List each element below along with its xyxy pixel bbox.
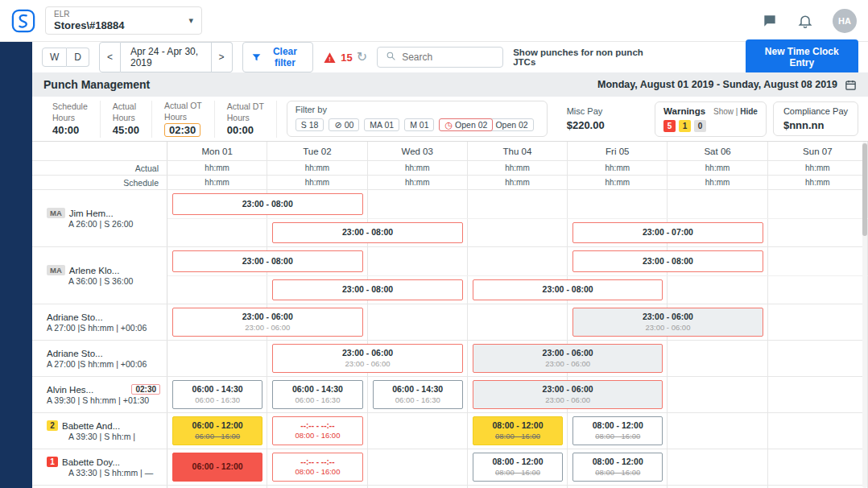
- avatar[interactable]: HA: [833, 9, 857, 33]
- sidebar-item-reports[interactable]: [8, 180, 24, 196]
- svg-text:!: !: [329, 56, 331, 63]
- shift-cell[interactable]: 23:00 - 06:0023:00 - 06:00: [272, 344, 463, 373]
- filter-chip[interactable]: ◷Open 02: [439, 118, 493, 131]
- scrollbar[interactable]: [862, 142, 867, 488]
- shift-cell[interactable]: 23:00 - 06:0023:00 - 06:00: [172, 308, 363, 337]
- day-cell[interactable]: [468, 304, 568, 340]
- day-cell[interactable]: [368, 247, 468, 275]
- shift-cell[interactable]: 23:00 - 08:00: [172, 193, 363, 215]
- shift-cell[interactable]: --:-- - --:--08:00 - 16:00: [272, 416, 362, 445]
- day-cell[interactable]: [768, 341, 868, 376]
- shift-cell[interactable]: 23:00 - 08:00: [572, 250, 763, 272]
- shift-cell[interactable]: 23:00 - 06:0023:00 - 06:00: [473, 380, 663, 409]
- employee-info[interactable]: Adriane Sto...A 27:00 |S hh:mm | +00:06: [32, 304, 167, 340]
- store-selector[interactable]: ELR Stores\#18884 ▾: [45, 6, 202, 35]
- shift-cell[interactable]: 23:00 - 06:0023:00 - 06:00: [473, 344, 663, 373]
- employee-info[interactable]: MAArlene Klo...A 36:00 | S 36:00: [32, 247, 167, 304]
- day-cell[interactable]: [768, 247, 868, 275]
- day-cell[interactable]: [368, 413, 468, 449]
- warnings-hide[interactable]: Hide: [740, 107, 758, 116]
- employee-info[interactable]: 2Babette And...A 39:30 | S hh:m |: [32, 413, 167, 449]
- day-cell[interactable]: [668, 190, 767, 218]
- warning-count-badge[interactable]: 0: [694, 120, 706, 132]
- employee-info[interactable]: Alvin Hes...02:30A 39:30 | S hh:mm | +01…: [32, 377, 167, 412]
- shift-cell[interactable]: 08:00 - 12:0008:00 - 16:00: [473, 453, 563, 482]
- stat-value: 45:00: [113, 124, 139, 136]
- clear-filter-button[interactable]: Clear filter: [242, 42, 314, 72]
- shift-cell[interactable]: 08:00 - 12:0008:00 - 16:00: [572, 453, 663, 482]
- shift-cell[interactable]: 23:00 - 07:00: [572, 222, 763, 243]
- filter-chip[interactable]: MA 01: [364, 118, 399, 131]
- employee-info[interactable]: Adriane Sto...A 27:00 |S hh:mm | +00:06: [32, 341, 167, 376]
- new-time-clock-entry-button[interactable]: New Time Clock Entry: [746, 39, 858, 75]
- day-cell[interactable]: [668, 413, 767, 449]
- refresh-icon[interactable]: ↻: [357, 51, 367, 64]
- employee-info[interactable]: MAJim Hem...A 26:00 | S 26:00: [32, 190, 167, 246]
- prev-week-button[interactable]: <: [99, 42, 121, 72]
- day-cell[interactable]: [668, 449, 767, 485]
- week-view-button[interactable]: W: [42, 48, 67, 67]
- warning-count-badge[interactable]: 5: [663, 120, 676, 132]
- day-cell[interactable]: [468, 247, 568, 275]
- filter-chip[interactable]: S 18: [296, 118, 324, 131]
- day-cell[interactable]: [768, 219, 868, 246]
- shift-lines: 06:00 - 14:3006:00 - 16:3006:00 - 14:300…: [167, 377, 868, 412]
- sidebar-item-calendar[interactable]: [8, 86, 24, 102]
- day-cell[interactable]: [668, 276, 767, 304]
- day-cell[interactable]: [368, 304, 468, 340]
- shift-cell[interactable]: 06:00 - 14:3006:00 - 16:30: [272, 380, 362, 409]
- next-week-button[interactable]: >: [212, 42, 233, 72]
- shift-cell[interactable]: 08:00 - 12:0008:00 - 16:00: [572, 416, 663, 445]
- warning-count-badge[interactable]: 1: [679, 120, 691, 132]
- day-view-button[interactable]: D: [67, 48, 89, 67]
- shift-cell[interactable]: 06:00 - 12:0006:00 - 16:00: [172, 416, 262, 445]
- day-cell[interactable]: [768, 304, 868, 340]
- day-cell[interactable]: [768, 190, 868, 218]
- shift-cell[interactable]: 23:00 - 08:00: [172, 250, 363, 272]
- search-input[interactable]: [402, 52, 494, 63]
- sidebar-item-settings[interactable]: [8, 462, 24, 478]
- sidebar-item-dashboard[interactable]: [8, 55, 24, 71]
- shift-time: 06:00 - 14:30: [392, 384, 443, 395]
- warnings-show-hide-toggle[interactable]: Show | Hide: [713, 107, 758, 116]
- day-cell[interactable]: [167, 219, 267, 246]
- shift-cell[interactable]: 06:00 - 14:3006:00 - 16:30: [172, 380, 262, 409]
- day-cell[interactable]: [768, 276, 868, 304]
- sidebar-item-pay[interactable]: $: [8, 149, 24, 165]
- day-cell[interactable]: [368, 190, 468, 218]
- warnings-show[interactable]: Show: [713, 107, 734, 116]
- employee-info[interactable]: 1Babette Doy...A 33:30 | S hh:mm | —: [32, 449, 167, 485]
- shift-cell[interactable]: 23:00 - 08:00: [272, 222, 463, 243]
- shift-cell[interactable]: 23:00 - 08:00: [272, 279, 463, 300]
- day-cell[interactable]: [368, 449, 468, 485]
- date-range[interactable]: Apr 24 - Apr 30, 2019: [121, 42, 212, 72]
- shift-cell[interactable]: 06:00 - 12:00: [172, 453, 262, 482]
- shift-cell[interactable]: --:-- - --:--08:00 - 16:00: [272, 453, 362, 482]
- shift-cell[interactable]: 23:00 - 06:0023:00 - 06:00: [572, 308, 763, 337]
- day-cell[interactable]: [768, 377, 868, 412]
- shift-cell[interactable]: 23:00 - 08:00: [473, 279, 663, 300]
- day-cell[interactable]: [768, 449, 868, 485]
- sidebar-item-schedule[interactable]: [8, 212, 24, 228]
- day-cell[interactable]: [668, 341, 767, 376]
- warning-triangle-icon: !: [323, 51, 337, 64]
- day-cell[interactable]: [768, 413, 868, 449]
- shift-line: 23:00 - 08:00: [167, 190, 868, 218]
- notifications-bell-icon[interactable]: [797, 13, 813, 29]
- calendar-picker-icon[interactable]: [845, 79, 857, 91]
- day-cell[interactable]: [167, 341, 267, 376]
- day-cell[interactable]: [468, 219, 568, 246]
- day-cell[interactable]: [468, 190, 568, 218]
- scrollbar-thumb[interactable]: [862, 143, 867, 236]
- day-cell[interactable]: [568, 190, 668, 218]
- alerts-indicator[interactable]: ! 15 ↻: [323, 51, 367, 64]
- page-title: Punch Management: [43, 78, 150, 91]
- day-cell[interactable]: [167, 276, 267, 304]
- shift-cell[interactable]: 06:00 - 14:3006:00 - 16:30: [373, 380, 463, 409]
- sidebar-item-time-clock[interactable]: [8, 118, 24, 134]
- day-cell[interactable]: [668, 377, 767, 412]
- chat-icon[interactable]: [762, 13, 778, 29]
- filter-chip[interactable]: ⊘00: [329, 118, 359, 131]
- shift-cell[interactable]: 08:00 - 12:0008:00 - 16:00: [473, 416, 563, 445]
- filter-chip[interactable]: M 01: [404, 118, 434, 131]
